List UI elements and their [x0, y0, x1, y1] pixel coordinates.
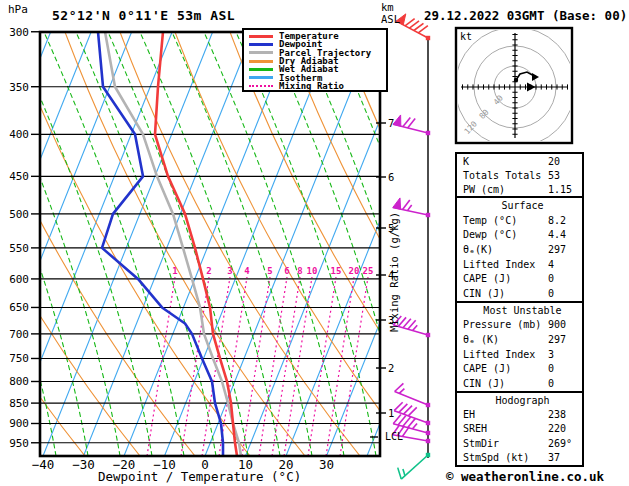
row-value: 4.4	[548, 229, 582, 240]
table-row: Totals Totals53	[457, 168, 582, 182]
row-label: Lifted Index	[463, 259, 535, 270]
row-label: Temp (°C)	[463, 215, 517, 226]
row-label: CAPE (J)	[463, 363, 511, 374]
pressure-tick-label: 600	[9, 273, 29, 286]
row-label: Lifted Index	[463, 349, 535, 360]
row-value: 238	[548, 409, 582, 420]
table-header: Most Unstable	[463, 305, 582, 316]
hodograph-unit-label: kt	[460, 31, 472, 42]
wind-barb	[398, 453, 430, 479]
table-row: Dewp (°C)4.4	[457, 227, 582, 242]
wind-barb	[393, 115, 430, 135]
data-table: SurfaceTemp (°C)8.2Dewp (°C)4.4θₑ(K)297L…	[455, 196, 584, 303]
km-tick-label: 7	[388, 117, 394, 129]
sounding-curves	[98, 32, 241, 456]
row-value: 20	[548, 156, 582, 167]
pressure-tick-label: 750	[9, 352, 29, 365]
table-row: Pressure (mb)900	[457, 318, 582, 333]
row-label: Pressure (mb)	[463, 319, 541, 330]
data-table: Most UnstablePressure (mb)900θₑ (K)297Li…	[455, 301, 584, 393]
pressure-tick-label: 500	[9, 208, 29, 221]
row-label: CIN (J)	[463, 288, 505, 299]
pressure-tick-label: 900	[9, 417, 29, 430]
credit-watermark: © weatheronline.co.uk	[446, 469, 604, 484]
dewpoint-curve	[98, 32, 223, 456]
mixing-ratio-lines	[147, 277, 368, 456]
legend-label: Mixing Ratio	[279, 82, 344, 90]
row-label: θₑ(K)	[463, 244, 493, 255]
table-header: Hodograph	[463, 395, 582, 406]
row-value: 3	[548, 349, 582, 360]
pressure-tick-label: 300	[9, 26, 29, 39]
mixing-ratio-label: 8	[297, 266, 302, 276]
table-row: K20	[457, 154, 582, 168]
temp-tick-label: 30	[319, 457, 334, 472]
table-row: StmDir269°	[457, 436, 582, 450]
km-tick-label: 1	[388, 407, 394, 419]
legend-swatch	[249, 85, 273, 87]
legend-swatch	[249, 60, 273, 63]
row-value: 900	[548, 319, 582, 330]
mixing-ratio-label: 10	[307, 266, 318, 276]
table-row: SREH220	[457, 422, 582, 436]
datetime-label: 29.12.2022 03GMT (Base: 00)	[424, 8, 627, 23]
x-axis-title: Dewpoint / Temperature (°C)	[98, 469, 301, 484]
page-title: 52°12'N 0°11'E 53m ASL	[52, 8, 235, 23]
row-value: 8.2	[548, 215, 582, 226]
pressure-tick-label: 350	[9, 81, 29, 94]
mixing-ratio-label: 25	[363, 266, 374, 276]
row-value: 0	[548, 378, 582, 389]
lcl-label: LCL	[385, 431, 403, 442]
pressure-tick-label: 550	[9, 242, 29, 255]
mixing-ratio-axis-label: Mixing Ratio (g/kg)	[388, 212, 400, 332]
hodograph: 4080120	[455, 27, 575, 147]
row-label: SREH	[463, 423, 487, 434]
row-value: 1.15	[548, 184, 582, 195]
mixing-ratio-label: 2	[206, 266, 211, 276]
table-row: CIN (J)0	[457, 376, 582, 391]
data-table: K20Totals Totals53PW (cm)1.15	[455, 152, 584, 198]
table-row: CIN (J)0	[457, 286, 582, 301]
parcel-trajectory-curve	[105, 32, 241, 456]
mixing-ratio-label: 6	[284, 266, 289, 276]
row-label: K	[463, 156, 469, 167]
mixing-ratio-label: 3	[227, 266, 232, 276]
legend-box: TemperatureDewpointParcel TrajectoryDry …	[242, 28, 388, 92]
row-value: 0	[548, 273, 582, 284]
mixing-ratio-label: 20	[349, 266, 360, 276]
row-label: PW (cm)	[463, 184, 505, 195]
table-row: θₑ(K)297	[457, 242, 582, 257]
mixing-ratio-label: 15	[331, 266, 342, 276]
pressure-tick-label: 950	[9, 437, 29, 450]
table-row: Lifted Index3	[457, 347, 582, 362]
row-label: StmDir	[463, 438, 499, 449]
row-label: Totals Totals	[463, 170, 541, 181]
mixing-ratio-label: 4	[244, 266, 250, 276]
row-value: 0	[548, 288, 582, 299]
legend-swatch	[249, 76, 273, 79]
data-table: HodographEH238SREH220StmDir269°StmSpd (k…	[455, 391, 584, 467]
pressure-tick-label: 400	[9, 128, 29, 141]
row-label: StmSpd (kt)	[463, 452, 529, 463]
legend-swatch	[249, 35, 273, 38]
table-row: Temp (°C)8.2	[457, 213, 582, 228]
table-row: CAPE (J)0	[457, 272, 582, 287]
pressure-axis-ticks: 3003504004505005506006507007508008509009…	[9, 26, 40, 450]
pressure-tick-label: 700	[9, 328, 29, 341]
table-row: θₑ (K)297	[457, 332, 582, 347]
row-value: 0	[548, 363, 582, 374]
pressure-tick-label: 450	[9, 170, 29, 183]
mixing-ratio-label: 5	[267, 266, 272, 276]
row-value: 220	[548, 423, 582, 434]
table-row: EH238	[457, 407, 582, 421]
table-row: PW (cm)1.15	[457, 182, 582, 196]
row-value: 297	[548, 334, 582, 345]
legend-swatch	[249, 51, 273, 54]
km-tick-label: 2	[388, 362, 394, 374]
table-row: CAPE (J)0	[457, 362, 582, 377]
row-value: 269°	[548, 438, 582, 449]
legend-swatch	[249, 43, 273, 46]
temp-tick-label: −40	[32, 457, 55, 472]
table-header: Surface	[463, 200, 582, 211]
pressure-tick-label: 800	[9, 375, 29, 388]
